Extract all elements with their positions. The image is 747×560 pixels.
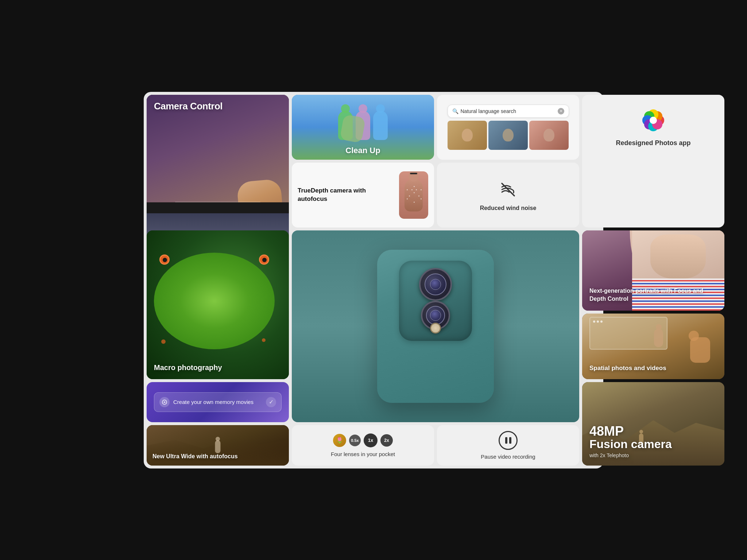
point5x-lens-button[interactable]: 0.5x [349, 435, 361, 446]
fusion-mp: 48MP [589, 425, 672, 438]
four-lenses-card[interactable]: 🌷 0.5x 1x 2x Four lenses in your pocket [292, 425, 434, 466]
memory-icon [159, 397, 170, 407]
search-result-3[interactable] [529, 121, 569, 150]
truedepth-label: TrueDepth camera with autofocus [298, 187, 395, 203]
fusion-label: 48MP Fusion camera with 2x Telephoto [589, 425, 672, 458]
portraits-card[interactable]: Next-generation portraits with Focus and… [582, 230, 724, 311]
search-result-2[interactable] [488, 121, 528, 150]
memory-input[interactable]: Create your own memory movies ✓ [154, 392, 282, 412]
spatial-card[interactable]: Spatial photos and videos [582, 314, 724, 379]
2x-lens-button[interactable]: 2x [380, 434, 393, 447]
fusion-title: Fusion camera [589, 438, 672, 451]
clean-up-card[interactable]: Clean Up [292, 95, 434, 160]
wind-noise-label: Reduced wind noise [480, 205, 537, 211]
memory-check-icon: ✓ [266, 397, 276, 407]
portraits-label: Next-generation portraits with Focus and… [589, 287, 717, 303]
wind-noise-card[interactable]: Reduced wind noise [437, 163, 579, 228]
phone-mockup [399, 171, 428, 219]
natural-search-card[interactable]: 🔍 Natural language search ✕ [437, 95, 579, 160]
search-icon: 🔍 [452, 108, 458, 114]
fusion-camera-card[interactable]: 48MP Fusion camera with 2x Telephoto [582, 382, 724, 466]
search-query-text: Natural language search [461, 108, 556, 114]
search-clear-button[interactable]: ✕ [558, 108, 564, 114]
photos-app-card[interactable]: Redesigned Photos app [582, 95, 724, 228]
pause-video-card[interactable]: Pause video recording [437, 425, 579, 466]
photos-app-icon [639, 106, 668, 135]
fusion-subtitle: with 2x Telephoto [589, 452, 672, 458]
four-lenses-label: Four lenses in your pocket [331, 451, 395, 457]
clean-up-label: Clean Up [292, 146, 434, 155]
pause-icon [505, 437, 511, 444]
lens-zoom-controls[interactable]: 🌷 0.5x 1x 2x [333, 433, 393, 447]
photos-app-title: Redesigned Photos app [616, 139, 690, 147]
flash [430, 323, 441, 334]
main-camera-card [292, 230, 579, 422]
search-bar[interactable]: 🔍 Natural language search ✕ [448, 105, 569, 118]
macro-photography-card[interactable]: Macro photography [147, 230, 289, 379]
features-grid: 1x Camera Control Clean Up 🔍 Natural lan… [144, 92, 603, 468]
iphone-back [377, 250, 494, 403]
camera-module [399, 261, 472, 341]
pause-button[interactable] [499, 431, 518, 450]
truedepth-card[interactable]: TrueDepth camera with autofocus [292, 163, 434, 228]
wide-lens [419, 268, 452, 301]
pause-label: Pause video recording [481, 454, 535, 460]
memory-movies-card[interactable]: Create your own memory movies ✓ [147, 382, 289, 422]
search-results-photos [448, 121, 569, 150]
1x-lens-button[interactable]: 1x [364, 433, 378, 447]
camera-control-label: Camera Control [154, 101, 222, 112]
page-outer: 1x Camera Control Clean Up 🔍 Natural lan… [140, 85, 607, 476]
flower-lens-button[interactable]: 🌷 [333, 434, 346, 447]
memory-text: Create your own memory movies [173, 399, 262, 405]
search-result-1[interactable] [448, 121, 487, 150]
spatial-label: Spatial photos and videos [589, 365, 666, 372]
macro-label: Macro photography [154, 363, 222, 372]
ultrawide-card[interactable]: New Ultra Wide with autofocus [147, 425, 289, 466]
wind-noise-icon [497, 179, 519, 201]
ultrawide-label: New Ultra Wide with autofocus [152, 453, 238, 460]
